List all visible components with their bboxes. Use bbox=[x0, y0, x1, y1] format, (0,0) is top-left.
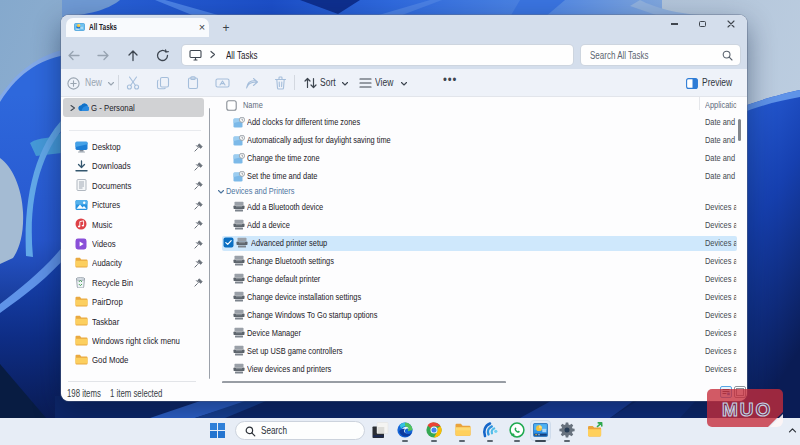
svg-text:MUO: MUO bbox=[722, 399, 772, 420]
